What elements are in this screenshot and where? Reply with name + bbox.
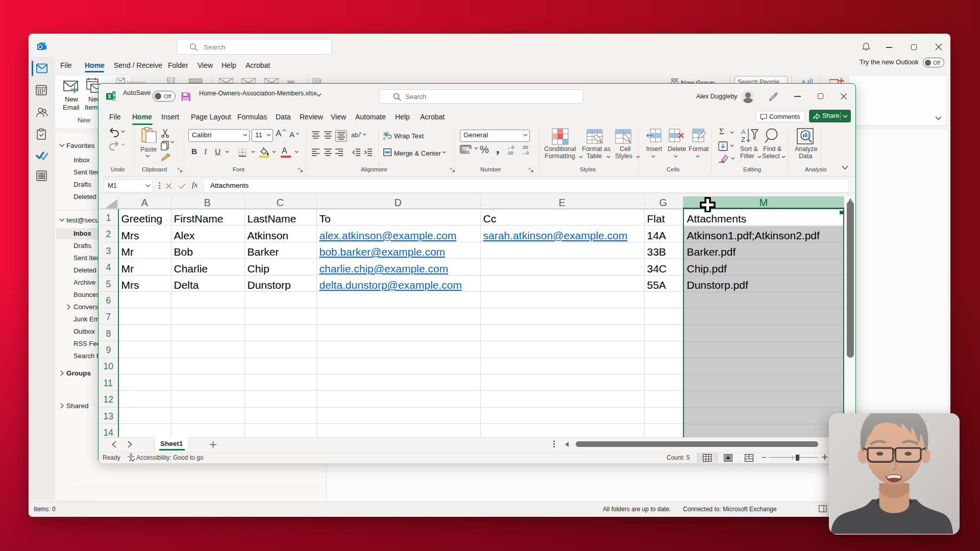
svg-text:12: 12	[462, 147, 467, 152]
svg-text:ab: ab	[351, 132, 358, 139]
svg-text:→0: →0	[522, 151, 529, 155]
svg-text:c: c	[383, 135, 386, 140]
svg-text:.00: .00	[507, 151, 513, 155]
svg-text:←0: ←0	[507, 145, 514, 150]
svg-text:A: A	[741, 128, 746, 136]
svg-text:.00: .00	[522, 145, 528, 150]
svg-text:X: X	[108, 94, 111, 99]
svg-text:$: $	[467, 149, 470, 155]
svg-text:Z: Z	[741, 136, 745, 143]
